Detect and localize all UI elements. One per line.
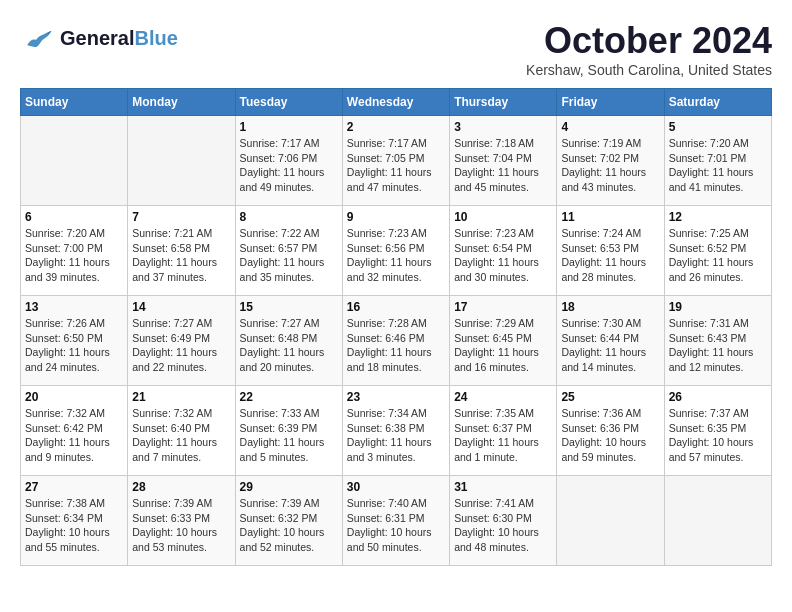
calendar-cell: 9Sunrise: 7:23 AM Sunset: 6:56 PM Daylig… xyxy=(342,206,449,296)
header-day: Friday xyxy=(557,89,664,116)
day-number: 28 xyxy=(132,480,230,494)
day-number: 11 xyxy=(561,210,659,224)
calendar-cell: 23Sunrise: 7:34 AM Sunset: 6:38 PM Dayli… xyxy=(342,386,449,476)
calendar-cell: 31Sunrise: 7:41 AM Sunset: 6:30 PM Dayli… xyxy=(450,476,557,566)
day-number: 5 xyxy=(669,120,767,134)
calendar-cell: 1Sunrise: 7:17 AM Sunset: 7:06 PM Daylig… xyxy=(235,116,342,206)
day-number: 13 xyxy=(25,300,123,314)
calendar-cell: 4Sunrise: 7:19 AM Sunset: 7:02 PM Daylig… xyxy=(557,116,664,206)
header-row: SundayMondayTuesdayWednesdayThursdayFrid… xyxy=(21,89,772,116)
calendar-cell: 3Sunrise: 7:18 AM Sunset: 7:04 PM Daylig… xyxy=(450,116,557,206)
day-number: 24 xyxy=(454,390,552,404)
day-number: 8 xyxy=(240,210,338,224)
day-number: 15 xyxy=(240,300,338,314)
calendar-cell: 10Sunrise: 7:23 AM Sunset: 6:54 PM Dayli… xyxy=(450,206,557,296)
day-number: 2 xyxy=(347,120,445,134)
calendar-table: SundayMondayTuesdayWednesdayThursdayFrid… xyxy=(20,88,772,566)
day-info: Sunrise: 7:40 AM Sunset: 6:31 PM Dayligh… xyxy=(347,496,445,555)
calendar-cell: 18Sunrise: 7:30 AM Sunset: 6:44 PM Dayli… xyxy=(557,296,664,386)
header-day: Saturday xyxy=(664,89,771,116)
day-number: 19 xyxy=(669,300,767,314)
calendar-cell xyxy=(664,476,771,566)
calendar-cell: 5Sunrise: 7:20 AM Sunset: 7:01 PM Daylig… xyxy=(664,116,771,206)
day-number: 23 xyxy=(347,390,445,404)
calendar-cell: 7Sunrise: 7:21 AM Sunset: 6:58 PM Daylig… xyxy=(128,206,235,296)
day-number: 4 xyxy=(561,120,659,134)
calendar-body: 1Sunrise: 7:17 AM Sunset: 7:06 PM Daylig… xyxy=(21,116,772,566)
day-number: 1 xyxy=(240,120,338,134)
calendar-cell: 15Sunrise: 7:27 AM Sunset: 6:48 PM Dayli… xyxy=(235,296,342,386)
calendar-cell: 19Sunrise: 7:31 AM Sunset: 6:43 PM Dayli… xyxy=(664,296,771,386)
day-info: Sunrise: 7:31 AM Sunset: 6:43 PM Dayligh… xyxy=(669,316,767,375)
day-info: Sunrise: 7:18 AM Sunset: 7:04 PM Dayligh… xyxy=(454,136,552,195)
day-number: 31 xyxy=(454,480,552,494)
day-info: Sunrise: 7:27 AM Sunset: 6:48 PM Dayligh… xyxy=(240,316,338,375)
day-info: Sunrise: 7:19 AM Sunset: 7:02 PM Dayligh… xyxy=(561,136,659,195)
day-number: 25 xyxy=(561,390,659,404)
day-number: 26 xyxy=(669,390,767,404)
day-info: Sunrise: 7:34 AM Sunset: 6:38 PM Dayligh… xyxy=(347,406,445,465)
calendar-week-row: 20Sunrise: 7:32 AM Sunset: 6:42 PM Dayli… xyxy=(21,386,772,476)
calendar-cell: 6Sunrise: 7:20 AM Sunset: 7:00 PM Daylig… xyxy=(21,206,128,296)
logo-text-block: GeneralBlue xyxy=(60,27,178,49)
day-info: Sunrise: 7:17 AM Sunset: 7:06 PM Dayligh… xyxy=(240,136,338,195)
day-number: 10 xyxy=(454,210,552,224)
day-number: 30 xyxy=(347,480,445,494)
calendar-cell: 14Sunrise: 7:27 AM Sunset: 6:49 PM Dayli… xyxy=(128,296,235,386)
calendar-week-row: 6Sunrise: 7:20 AM Sunset: 7:00 PM Daylig… xyxy=(21,206,772,296)
day-info: Sunrise: 7:24 AM Sunset: 6:53 PM Dayligh… xyxy=(561,226,659,285)
day-info: Sunrise: 7:33 AM Sunset: 6:39 PM Dayligh… xyxy=(240,406,338,465)
logo-icon xyxy=(20,20,56,56)
day-number: 17 xyxy=(454,300,552,314)
calendar-cell: 20Sunrise: 7:32 AM Sunset: 6:42 PM Dayli… xyxy=(21,386,128,476)
day-info: Sunrise: 7:36 AM Sunset: 6:36 PM Dayligh… xyxy=(561,406,659,465)
logo: GeneralBlue xyxy=(20,20,178,56)
calendar-cell: 25Sunrise: 7:36 AM Sunset: 6:36 PM Dayli… xyxy=(557,386,664,476)
day-number: 3 xyxy=(454,120,552,134)
day-info: Sunrise: 7:37 AM Sunset: 6:35 PM Dayligh… xyxy=(669,406,767,465)
calendar-cell: 13Sunrise: 7:26 AM Sunset: 6:50 PM Dayli… xyxy=(21,296,128,386)
calendar-cell: 22Sunrise: 7:33 AM Sunset: 6:39 PM Dayli… xyxy=(235,386,342,476)
title-block: October 2024 Kershaw, South Carolina, Un… xyxy=(526,20,772,78)
header-day: Thursday xyxy=(450,89,557,116)
day-number: 16 xyxy=(347,300,445,314)
calendar-week-row: 27Sunrise: 7:38 AM Sunset: 6:34 PM Dayli… xyxy=(21,476,772,566)
calendar-cell xyxy=(557,476,664,566)
calendar-cell: 29Sunrise: 7:39 AM Sunset: 6:32 PM Dayli… xyxy=(235,476,342,566)
calendar-cell: 21Sunrise: 7:32 AM Sunset: 6:40 PM Dayli… xyxy=(128,386,235,476)
day-info: Sunrise: 7:38 AM Sunset: 6:34 PM Dayligh… xyxy=(25,496,123,555)
calendar-cell: 16Sunrise: 7:28 AM Sunset: 6:46 PM Dayli… xyxy=(342,296,449,386)
calendar-week-row: 13Sunrise: 7:26 AM Sunset: 6:50 PM Dayli… xyxy=(21,296,772,386)
month-title: October 2024 xyxy=(526,20,772,62)
day-info: Sunrise: 7:39 AM Sunset: 6:33 PM Dayligh… xyxy=(132,496,230,555)
day-info: Sunrise: 7:39 AM Sunset: 6:32 PM Dayligh… xyxy=(240,496,338,555)
day-number: 12 xyxy=(669,210,767,224)
day-info: Sunrise: 7:22 AM Sunset: 6:57 PM Dayligh… xyxy=(240,226,338,285)
calendar-cell xyxy=(128,116,235,206)
calendar-cell: 27Sunrise: 7:38 AM Sunset: 6:34 PM Dayli… xyxy=(21,476,128,566)
calendar-cell: 28Sunrise: 7:39 AM Sunset: 6:33 PM Dayli… xyxy=(128,476,235,566)
day-number: 22 xyxy=(240,390,338,404)
header-day: Tuesday xyxy=(235,89,342,116)
logo-general: GeneralBlue xyxy=(60,27,178,49)
day-number: 7 xyxy=(132,210,230,224)
calendar-cell: 30Sunrise: 7:40 AM Sunset: 6:31 PM Dayli… xyxy=(342,476,449,566)
day-info: Sunrise: 7:30 AM Sunset: 6:44 PM Dayligh… xyxy=(561,316,659,375)
day-number: 14 xyxy=(132,300,230,314)
day-info: Sunrise: 7:17 AM Sunset: 7:05 PM Dayligh… xyxy=(347,136,445,195)
day-info: Sunrise: 7:26 AM Sunset: 6:50 PM Dayligh… xyxy=(25,316,123,375)
day-number: 6 xyxy=(25,210,123,224)
day-info: Sunrise: 7:27 AM Sunset: 6:49 PM Dayligh… xyxy=(132,316,230,375)
day-number: 20 xyxy=(25,390,123,404)
day-info: Sunrise: 7:20 AM Sunset: 7:00 PM Dayligh… xyxy=(25,226,123,285)
day-info: Sunrise: 7:20 AM Sunset: 7:01 PM Dayligh… xyxy=(669,136,767,195)
calendar-cell: 12Sunrise: 7:25 AM Sunset: 6:52 PM Dayli… xyxy=(664,206,771,296)
calendar-cell xyxy=(21,116,128,206)
location: Kershaw, South Carolina, United States xyxy=(526,62,772,78)
calendar-cell: 2Sunrise: 7:17 AM Sunset: 7:05 PM Daylig… xyxy=(342,116,449,206)
calendar-cell: 26Sunrise: 7:37 AM Sunset: 6:35 PM Dayli… xyxy=(664,386,771,476)
day-number: 18 xyxy=(561,300,659,314)
day-info: Sunrise: 7:23 AM Sunset: 6:56 PM Dayligh… xyxy=(347,226,445,285)
day-info: Sunrise: 7:28 AM Sunset: 6:46 PM Dayligh… xyxy=(347,316,445,375)
day-number: 21 xyxy=(132,390,230,404)
